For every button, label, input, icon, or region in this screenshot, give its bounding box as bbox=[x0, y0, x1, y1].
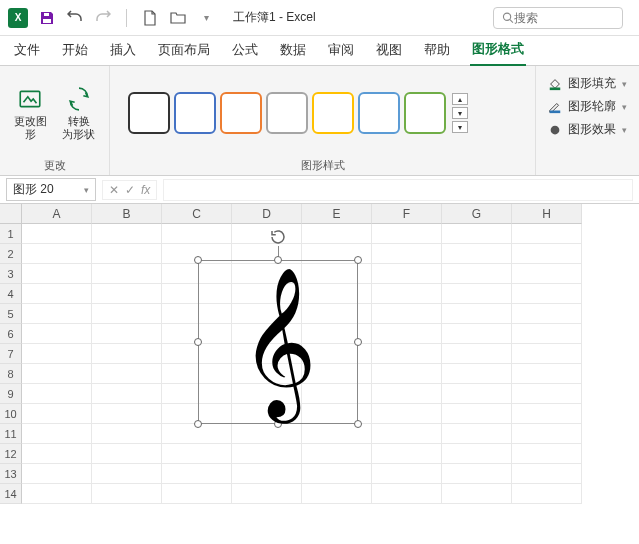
shape-fill-button[interactable]: 图形填充 ▾ bbox=[546, 72, 629, 95]
cell-F6[interactable] bbox=[372, 324, 442, 344]
cell-G2[interactable] bbox=[442, 244, 512, 264]
select-all-corner[interactable] bbox=[0, 204, 22, 224]
cell-B2[interactable] bbox=[92, 244, 162, 264]
cell-F12[interactable] bbox=[372, 444, 442, 464]
row-header-12[interactable]: 12 bbox=[0, 444, 22, 464]
col-header-E[interactable]: E bbox=[302, 204, 372, 224]
row-header-7[interactable]: 7 bbox=[0, 344, 22, 364]
col-header-H[interactable]: H bbox=[512, 204, 582, 224]
cell-G5[interactable] bbox=[442, 304, 512, 324]
cell-F3[interactable] bbox=[372, 264, 442, 284]
col-header-F[interactable]: F bbox=[372, 204, 442, 224]
cell-H14[interactable] bbox=[512, 484, 582, 504]
shape-outline-button[interactable]: 图形轮廓 ▾ bbox=[546, 95, 629, 118]
style-swatch-5[interactable] bbox=[358, 92, 400, 134]
cell-G12[interactable] bbox=[442, 444, 512, 464]
cell-F11[interactable] bbox=[372, 424, 442, 444]
row-header-11[interactable]: 11 bbox=[0, 424, 22, 444]
style-swatch-6[interactable] bbox=[404, 92, 446, 134]
cell-F4[interactable] bbox=[372, 284, 442, 304]
cell-A9[interactable] bbox=[22, 384, 92, 404]
search-input[interactable] bbox=[514, 11, 614, 25]
cell-A1[interactable] bbox=[22, 224, 92, 244]
cell-A12[interactable] bbox=[22, 444, 92, 464]
cell-G4[interactable] bbox=[442, 284, 512, 304]
cell-G6[interactable] bbox=[442, 324, 512, 344]
fx-icon[interactable]: fx bbox=[141, 183, 150, 197]
cell-G3[interactable] bbox=[442, 264, 512, 284]
tab-7[interactable]: 视图 bbox=[374, 35, 404, 65]
name-box[interactable]: 图形 20 ▾ bbox=[6, 178, 96, 201]
style-swatch-3[interactable] bbox=[266, 92, 308, 134]
tab-6[interactable]: 审阅 bbox=[326, 35, 356, 65]
cell-H13[interactable] bbox=[512, 464, 582, 484]
cell-G14[interactable] bbox=[442, 484, 512, 504]
open-folder-icon[interactable] bbox=[169, 9, 187, 27]
cell-A2[interactable] bbox=[22, 244, 92, 264]
row-header-4[interactable]: 4 bbox=[0, 284, 22, 304]
col-header-A[interactable]: A bbox=[22, 204, 92, 224]
cell-B3[interactable] bbox=[92, 264, 162, 284]
cell-H6[interactable] bbox=[512, 324, 582, 344]
cell-G7[interactable] bbox=[442, 344, 512, 364]
cell-B7[interactable] bbox=[92, 344, 162, 364]
cell-H10[interactable] bbox=[512, 404, 582, 424]
cell-B6[interactable] bbox=[92, 324, 162, 344]
cancel-icon[interactable]: ✕ bbox=[109, 183, 119, 197]
cell-E11[interactable] bbox=[302, 424, 372, 444]
row-header-8[interactable]: 8 bbox=[0, 364, 22, 384]
cell-G8[interactable] bbox=[442, 364, 512, 384]
cell-C12[interactable] bbox=[162, 444, 232, 464]
tab-8[interactable]: 帮助 bbox=[422, 35, 452, 65]
cell-A13[interactable] bbox=[22, 464, 92, 484]
cell-E1[interactable] bbox=[302, 224, 372, 244]
row-header-14[interactable]: 14 bbox=[0, 484, 22, 504]
resize-handle-b[interactable] bbox=[274, 420, 282, 428]
enter-icon[interactable]: ✓ bbox=[125, 183, 135, 197]
cell-H4[interactable] bbox=[512, 284, 582, 304]
tab-1[interactable]: 开始 bbox=[60, 35, 90, 65]
formula-input[interactable] bbox=[163, 179, 633, 201]
col-header-G[interactable]: G bbox=[442, 204, 512, 224]
style-swatch-0[interactable] bbox=[128, 92, 170, 134]
cell-G9[interactable] bbox=[442, 384, 512, 404]
cell-F1[interactable] bbox=[372, 224, 442, 244]
cell-A14[interactable] bbox=[22, 484, 92, 504]
tab-9[interactable]: 图形格式 bbox=[470, 34, 526, 66]
cell-F7[interactable] bbox=[372, 344, 442, 364]
cell-H2[interactable] bbox=[512, 244, 582, 264]
gallery-row-down-icon[interactable]: ▾ bbox=[452, 107, 468, 119]
treble-clef-shape[interactable]: 𝄞 bbox=[240, 277, 317, 407]
tab-5[interactable]: 数据 bbox=[278, 35, 308, 65]
cell-H3[interactable] bbox=[512, 264, 582, 284]
cell-B14[interactable] bbox=[92, 484, 162, 504]
row-header-9[interactable]: 9 bbox=[0, 384, 22, 404]
tab-3[interactable]: 页面布局 bbox=[156, 35, 212, 65]
row-header-2[interactable]: 2 bbox=[0, 244, 22, 264]
tab-4[interactable]: 公式 bbox=[230, 35, 260, 65]
cell-F5[interactable] bbox=[372, 304, 442, 324]
gallery-expand-icon[interactable]: ▾ bbox=[452, 121, 468, 133]
row-header-6[interactable]: 6 bbox=[0, 324, 22, 344]
cell-B4[interactable] bbox=[92, 284, 162, 304]
resize-handle-t[interactable] bbox=[274, 256, 282, 264]
cell-F8[interactable] bbox=[372, 364, 442, 384]
shape-styles-gallery[interactable]: ▴▾▾ bbox=[118, 70, 527, 156]
shape-effects-button[interactable]: 图形效果 ▾ bbox=[546, 118, 629, 141]
row-header-5[interactable]: 5 bbox=[0, 304, 22, 324]
cell-D14[interactable] bbox=[232, 484, 302, 504]
col-header-D[interactable]: D bbox=[232, 204, 302, 224]
resize-handle-bl[interactable] bbox=[194, 420, 202, 428]
cell-A10[interactable] bbox=[22, 404, 92, 424]
cell-B13[interactable] bbox=[92, 464, 162, 484]
row-header-13[interactable]: 13 bbox=[0, 464, 22, 484]
resize-handle-tr[interactable] bbox=[354, 256, 362, 264]
save-icon[interactable] bbox=[38, 9, 56, 27]
cell-A8[interactable] bbox=[22, 364, 92, 384]
row-header-10[interactable]: 10 bbox=[0, 404, 22, 424]
cell-D13[interactable] bbox=[232, 464, 302, 484]
row-header-1[interactable]: 1 bbox=[0, 224, 22, 244]
cell-H12[interactable] bbox=[512, 444, 582, 464]
rotate-handle-icon[interactable] bbox=[269, 228, 287, 246]
cell-A4[interactable] bbox=[22, 284, 92, 304]
